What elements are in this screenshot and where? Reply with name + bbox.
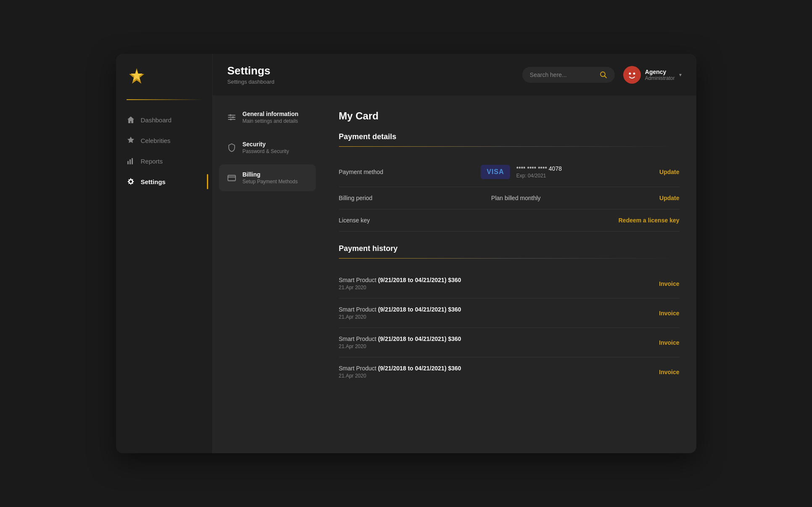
payment-history-title: Payment history (339, 244, 680, 253)
header: Settings Settings dashboard (213, 54, 696, 95)
my-card-title: My Card (339, 110, 680, 122)
payment-details-divider (339, 146, 680, 147)
search-box[interactable] (522, 67, 615, 83)
page-title: Settings (227, 64, 275, 77)
settings-nav-security[interactable]: Security Password & Security (219, 134, 316, 161)
page-header-title: Settings Settings dashboard (227, 64, 275, 85)
history-item-info-3: Smart Product (9/21/2018 to 04/21/2021) … (339, 365, 461, 379)
history-item: Smart Product (9/21/2018 to 04/21/2021) … (339, 269, 680, 298)
sidebar-nav: Dashboard Celebrities (116, 111, 212, 191)
license-key-row: License key Redeem a license key (339, 209, 680, 232)
home-icon (127, 116, 135, 124)
payment-history-divider (339, 258, 680, 259)
payment-method-row: Payment method VISA **** **** **** 4078 … (339, 157, 680, 187)
sidebar-item-dashboard[interactable]: Dashboard (120, 111, 208, 129)
visa-card-badge: VISA (481, 165, 510, 179)
settings-nav-security-text: Security Password & Security (243, 141, 289, 154)
billing-period-value: Plan billed monthly (491, 195, 541, 201)
sidebar-item-settings[interactable]: Settings (120, 172, 208, 191)
user-info: Agency Administrator (645, 69, 675, 81)
sidebar: Dashboard Celebrities (116, 54, 213, 453)
sidebar-item-celebrities-label: Celebrities (141, 137, 171, 144)
history-item: Smart Product (9/21/2018 to 04/21/2021) … (339, 328, 680, 357)
history-item-date-2: 21.Apr 2020 (339, 343, 461, 349)
avatar (623, 66, 641, 84)
settings-nav-general-sublabel: Main settings and details (243, 118, 299, 124)
svg-rect-2 (127, 161, 129, 164)
sliders-icon (227, 112, 237, 122)
trophy-icon (127, 136, 135, 145)
history-item: Smart Product (9/21/2018 to 04/21/2021) … (339, 298, 680, 328)
card-info: **** **** **** 4078 Exp: 04/2021 (516, 165, 562, 179)
chart-icon (127, 157, 135, 165)
svg-rect-3 (130, 159, 131, 164)
main-content-panel: My Card Payment details Payment method V… (322, 95, 696, 453)
logo-area (116, 66, 212, 99)
history-item-title-2: Smart Product (9/21/2018 to 04/21/2021) … (339, 335, 461, 342)
settings-nav-general-text: General information Main settings and de… (243, 111, 299, 124)
history-item-info-1: Smart Product (9/21/2018 to 04/21/2021) … (339, 306, 461, 320)
chevron-down-icon: ▾ (679, 72, 682, 78)
update-card-button[interactable]: Update (659, 169, 679, 175)
payment-method-label: Payment method (339, 169, 384, 175)
invoice-button-0[interactable]: Invoice (659, 280, 679, 287)
history-item: Smart Product (9/21/2018 to 04/21/2021) … (339, 357, 680, 386)
history-item-date-1: 21.Apr 2020 (339, 314, 461, 320)
invoice-button-3[interactable]: Invoice (659, 369, 679, 375)
svg-line-6 (604, 76, 606, 78)
gear-icon (127, 177, 135, 186)
shield-icon (227, 143, 237, 153)
settings-nav-billing[interactable]: Billing Setup Payment Methods (219, 164, 316, 191)
settings-nav-billing-text: Billing Setup Payment Methods (243, 171, 298, 185)
invoice-button-1[interactable]: Invoice (659, 310, 679, 317)
settings-nav-billing-sublabel: Setup Payment Methods (243, 179, 298, 185)
history-list: Smart Product (9/21/2018 to 04/21/2021) … (339, 269, 680, 386)
history-item-date-0: 21.Apr 2020 (339, 285, 461, 290)
settings-nav-security-sublabel: Password & Security (243, 148, 289, 154)
app-logo (127, 66, 147, 87)
search-input[interactable] (530, 71, 595, 78)
payment-method-value: VISA **** **** **** 4078 Exp: 04/2021 (481, 165, 562, 179)
settings-nav-security-title: Security (243, 141, 289, 148)
billing-period-label: Billing period (339, 195, 373, 201)
credit-card-icon (227, 173, 237, 183)
history-item-title-0: Smart Product (9/21/2018 to 04/21/2021) … (339, 277, 461, 283)
card-number: **** **** **** 4078 (516, 165, 562, 172)
user-profile[interactable]: Agency Administrator ▾ (623, 66, 682, 84)
user-name: Agency (645, 69, 675, 75)
history-item-info-0: Smart Product (9/21/2018 to 04/21/2021) … (339, 277, 461, 290)
sidebar-item-settings-label: Settings (141, 178, 166, 185)
sidebar-item-celebrities[interactable]: Celebrities (120, 131, 208, 150)
content-area: General information Main settings and de… (213, 95, 696, 453)
payment-details-title: Payment details (339, 132, 680, 141)
svg-point-13 (229, 114, 231, 116)
history-item-date-3: 21.Apr 2020 (339, 373, 461, 379)
sidebar-item-reports-label: Reports (141, 158, 163, 165)
settings-nav-billing-title: Billing (243, 171, 298, 178)
main-area: Settings Settings dashboard (213, 54, 696, 453)
settings-nav-general-title: General information (243, 111, 299, 117)
history-item-title-3: Smart Product (9/21/2018 to 04/21/2021) … (339, 365, 461, 372)
header-right: Agency Administrator ▾ (522, 66, 682, 84)
user-role: Administrator (645, 75, 675, 81)
payment-history-section: Payment history Smart Product (9/21/2018… (339, 244, 680, 386)
app-container: Dashboard Celebrities (116, 54, 696, 453)
svg-point-9 (633, 72, 635, 74)
svg-point-15 (230, 119, 231, 120)
invoice-button-2[interactable]: Invoice (659, 339, 679, 346)
settings-nav-general[interactable]: General information Main settings and de… (219, 104, 316, 131)
settings-sidebar: General information Main settings and de… (213, 95, 322, 453)
svg-rect-16 (228, 175, 235, 181)
license-key-label: License key (339, 217, 370, 224)
billing-period-row: Billing period Plan billed monthly Updat… (339, 187, 680, 209)
sidebar-item-reports[interactable]: Reports (120, 152, 208, 170)
svg-rect-4 (132, 158, 133, 164)
sidebar-item-dashboard-label: Dashboard (141, 116, 172, 124)
history-item-info-2: Smart Product (9/21/2018 to 04/21/2021) … (339, 335, 461, 349)
update-billing-button[interactable]: Update (659, 195, 679, 201)
svg-point-7 (624, 67, 640, 83)
svg-point-14 (232, 116, 233, 118)
redeem-license-button[interactable]: Redeem a license key (619, 217, 680, 224)
search-icon[interactable] (600, 71, 607, 79)
sidebar-divider (127, 99, 202, 100)
